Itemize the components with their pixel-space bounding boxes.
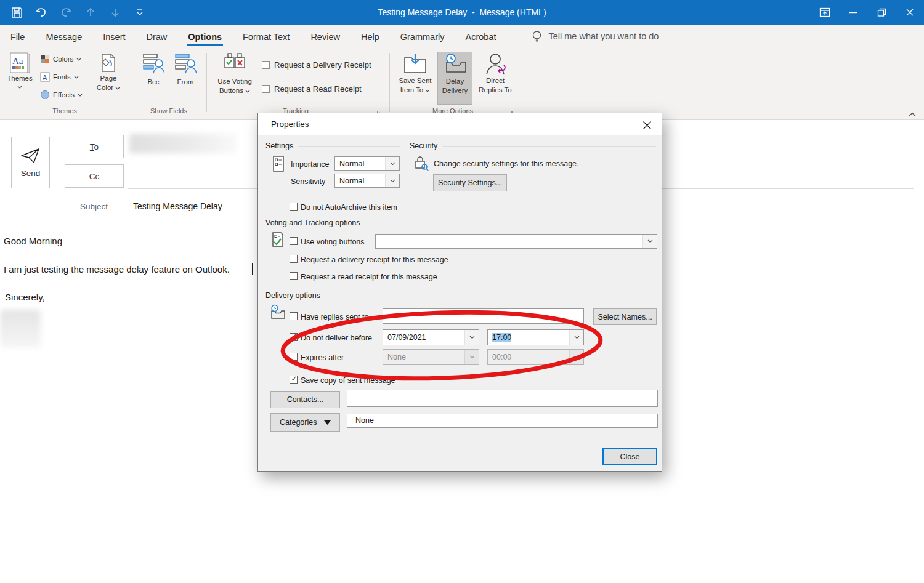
importance-dropdown[interactable]: Normal — [334, 156, 400, 171]
sensitivity-value: Normal — [339, 177, 364, 185]
send-button[interactable]: Send — [11, 137, 50, 188]
cc-button[interactable]: Cc — [65, 164, 124, 188]
customize-qat-icon[interactable] — [132, 4, 148, 20]
use-voting-buttons-checkbox[interactable] — [290, 237, 298, 245]
fonts-button[interactable]: A Fonts — [40, 72, 79, 82]
move-down-icon[interactable] — [107, 4, 123, 20]
deliver-time-dropdown[interactable]: 17:00 — [487, 329, 584, 345]
ribbon-tab-bar: File Message Insert Draw Options Format … — [0, 25, 924, 48]
deliver-date-dropdown[interactable]: 07/09/2021 — [383, 329, 479, 345]
dropdown-triangle-icon — [324, 420, 331, 425]
categories-button[interactable]: Categories — [270, 413, 340, 432]
tab-message[interactable]: Message — [44, 26, 83, 46]
direct-replies-label-1: Direct — [486, 77, 505, 84]
cc-label: Cc — [89, 172, 100, 181]
select-names-button[interactable]: Select Names... — [593, 308, 657, 325]
page-color-icon — [99, 52, 118, 74]
tab-insert[interactable]: Insert — [102, 26, 126, 46]
delay-delivery-icon — [443, 54, 468, 76]
save-icon[interactable] — [9, 4, 25, 20]
tab-help[interactable]: Help — [360, 26, 381, 46]
have-replies-field[interactable] — [383, 308, 584, 324]
request-read-receipt-checkbox[interactable] — [262, 85, 270, 93]
delivery-receipt-label: Request a delivery receipt for this mess… — [301, 255, 448, 264]
dialog-close-button[interactable]: Close — [602, 448, 657, 465]
delay-delivery-button[interactable]: Delay Delivery — [437, 52, 472, 105]
tab-acrobat[interactable]: Acrobat — [464, 26, 497, 46]
contacts-field[interactable] — [347, 390, 658, 407]
expires-after-checkbox[interactable] — [290, 353, 298, 361]
from-icon — [174, 53, 197, 74]
have-replies-checkbox[interactable] — [290, 312, 298, 320]
chevron-down-icon — [78, 94, 83, 97]
svg-text:Aa: Aa — [12, 56, 23, 66]
have-replies-label: Have replies sent to — [301, 313, 368, 321]
minimize-button[interactable] — [839, 0, 867, 25]
restore-button[interactable] — [867, 0, 896, 25]
voting-options-combobox[interactable] — [375, 234, 657, 249]
use-voting-buttons-button[interactable]: Use Voting Buttons — [214, 53, 255, 95]
from-button[interactable]: From — [171, 53, 200, 87]
ribbon-display-options-icon[interactable] — [811, 0, 839, 25]
direct-replies-to-button[interactable]: Direct Replies To — [474, 53, 516, 95]
themes-button[interactable]: Aa Themes — [5, 52, 34, 89]
move-up-icon[interactable] — [83, 4, 99, 20]
show-fields-group-label: Show Fields — [140, 107, 197, 115]
request-delivery-receipt-checkbox[interactable] — [262, 61, 270, 69]
bcc-label: Bcc — [147, 78, 159, 87]
dialog-close-icon[interactable] — [640, 118, 654, 132]
body-line-signoff[interactable]: Sincerely, — [5, 292, 45, 302]
tell-me-box[interactable]: Tell me what you want to do — [532, 30, 659, 42]
categories-value: None — [355, 416, 374, 425]
tab-review[interactable]: Review — [309, 26, 341, 46]
svg-text:A: A — [43, 74, 47, 81]
tab-grammarly[interactable]: Grammarly — [399, 26, 446, 46]
themes-button-label: Themes — [7, 74, 33, 83]
close-button[interactable] — [896, 0, 924, 25]
contacts-button[interactable]: Contacts... — [270, 391, 340, 408]
colors-icon — [40, 54, 50, 64]
outlook-window: Testing Message Delay - Message (HTML) F… — [0, 0, 924, 583]
undo-icon[interactable] — [33, 4, 49, 20]
subject-value[interactable]: Testing Message Delay — [133, 201, 222, 211]
redo-icon[interactable] — [58, 4, 74, 20]
expires-date-dropdown: None — [383, 349, 479, 365]
categories-label: Categories — [280, 418, 317, 427]
tab-draw[interactable]: Draw — [145, 26, 168, 46]
effects-button[interactable]: Effects — [40, 90, 83, 100]
tab-format-text[interactable]: Format Text — [241, 26, 291, 46]
delivery-receipt-checkbox[interactable] — [290, 255, 298, 263]
importance-value: Normal — [339, 159, 364, 168]
effects-icon — [40, 90, 50, 100]
security-settings-button[interactable]: Security Settings... — [433, 174, 507, 191]
chevron-down-icon — [574, 355, 580, 359]
body-line-greeting[interactable]: Good Morning — [4, 236, 62, 246]
request-read-receipt-label: Request a Read Receipt — [274, 84, 362, 94]
autoarchive-checkbox[interactable] — [290, 203, 298, 211]
dialog-title-bar[interactable] — [258, 113, 662, 135]
collapse-ribbon-icon[interactable] — [908, 108, 917, 119]
send-label: Send — [21, 169, 41, 178]
expires-after-label: Expires after — [301, 353, 344, 362]
redacted-recipient-blur — [129, 134, 237, 153]
delivery-section-header: Delivery options — [265, 291, 320, 300]
select-names-label: Select Names... — [598, 313, 652, 321]
sensitivity-dropdown[interactable]: Normal — [334, 174, 400, 188]
body-line-message[interactable]: I am just testing the message delay feat… — [4, 264, 230, 275]
expires-time-value: 00:00 — [492, 353, 511, 361]
importance-icon — [272, 155, 285, 172]
to-button[interactable]: To — [65, 135, 124, 158]
colors-button[interactable]: Colors — [40, 54, 81, 64]
tab-file[interactable]: File — [9, 26, 26, 46]
do-not-deliver-checkbox[interactable]: ✓ — [290, 333, 298, 341]
read-receipt-checkbox[interactable] — [290, 272, 298, 280]
tab-options[interactable]: Options — [187, 26, 223, 46]
save-copy-checkbox[interactable]: ✓ — [290, 376, 298, 384]
categories-field[interactable]: None — [347, 414, 658, 428]
voting-section-header: Voting and Tracking options — [265, 219, 360, 227]
page-color-button[interactable]: Page Color — [92, 52, 124, 92]
bcc-button[interactable]: Bcc — [139, 53, 168, 87]
subject-label: Subject — [80, 202, 108, 211]
lightbulb-icon — [532, 30, 542, 42]
save-sent-item-to-button[interactable]: Save Sent Item To — [397, 53, 433, 95]
